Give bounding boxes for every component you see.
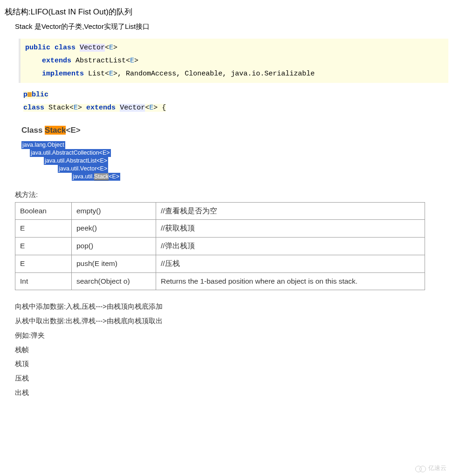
table-cell: //查看栈是否为空 [156,202,425,220]
table-cell: Int [15,272,72,290]
class-hierarchy: java.lang.Object java.util.AbstractColle… [21,141,448,180]
table-cell: //压栈 [156,255,425,272]
table-cell: Boolean [15,202,72,220]
kw-extends2: extends [86,104,116,112]
subheading: Stack 是Vector的子类,Vector实现了List接口 [15,21,448,32]
table-cell: empty() [72,202,156,220]
kw-class2: class [23,104,44,112]
table-row: Epeek()//获取栈顶 [15,220,425,238]
table-cell: Returns the 1-based position where an ob… [156,272,425,290]
stack-highlight: Stack [45,126,66,135]
table-cell: E [15,255,72,272]
table-row: Epop()//弹出栈顶 [15,238,425,255]
type-stack: Stack [48,104,69,112]
generic-e: E [109,44,113,52]
hierarchy-stack: java.util.Stack<E> [72,173,120,181]
note-line: 从栈中取出数据:出栈,弹栈--->由栈底向栈顶取出 [15,314,448,328]
table-row: Epush(E item)//压栈 [15,255,425,272]
generic-e3: E [149,104,153,112]
brace: { [158,104,166,112]
type-vector: Vector [80,44,105,52]
note-line: 栈帧 [15,343,448,357]
code-block-vector: public class Vector<E> extends AbstractL… [19,39,448,83]
table-cell: pop() [72,238,156,255]
kw-extends: extends [42,57,71,65]
type-vector2: Vector [120,104,145,112]
generic-e: E [109,70,113,78]
note-line: 向栈中添加数据:入栈,压栈--->由栈顶向栈底添加 [15,299,448,314]
kw-implements: implements [42,70,84,78]
type-list: List [88,70,105,78]
bookmark-icon [27,92,32,97]
generic-e2: E [74,104,78,112]
code-block-stack: pblic class Stack<E> extends Vector<E> { [19,86,448,117]
table-cell: //弹出栈顶 [156,238,425,255]
notes-block: 向栈中添加数据:入栈,压栈--->由栈顶向栈底添加从栈中取出数据:出栈,弹栈--… [15,299,448,400]
hierarchy-object: java.lang.Object [21,141,65,149]
kw-public2b: blic [32,91,48,99]
table-cell: search(Object o) [72,272,156,290]
type-abstractlist: AbstractList [76,57,126,65]
kw-class: class [55,44,76,52]
note-line: 出栈 [15,386,448,400]
methods-table: Booleanempty()//查看栈是否为空Epeek()//获取栈顶Epop… [15,202,425,291]
table-cell: E [15,220,72,238]
table-cell: //获取栈顶 [156,220,425,238]
generic-e: E [130,57,134,65]
note-line: 例如:弹夹 [15,328,448,343]
table-row: Intsearch(Object o)Returns the 1-based p… [15,272,425,290]
table-cell: peek() [72,220,156,238]
note-line: 压栈 [15,371,448,386]
kw-public: public [25,44,50,52]
kw-public2: p [23,91,27,99]
table-cell: E [15,238,72,255]
hierarchy-vector: java.util.Vector<E> [58,165,108,173]
heading: 栈结构:LIFO(Last IN Fist Out)的队列 [5,6,448,18]
methods-label: 栈方法: [15,189,448,200]
hierarchy-abslist: java.util.AbstractList<E> [44,157,108,165]
class-title: Class Stack<E> [21,124,448,136]
code-rest: , RandomAccess, Cloneable, java.io.Seria… [117,70,315,78]
table-row: Booleanempty()//查看栈是否为空 [15,202,425,220]
table-cell: push(E item) [72,255,156,272]
hierarchy-abscoll: java.util.AbstractCollection<E> [30,149,111,157]
note-line: 栈顶 [15,357,448,371]
